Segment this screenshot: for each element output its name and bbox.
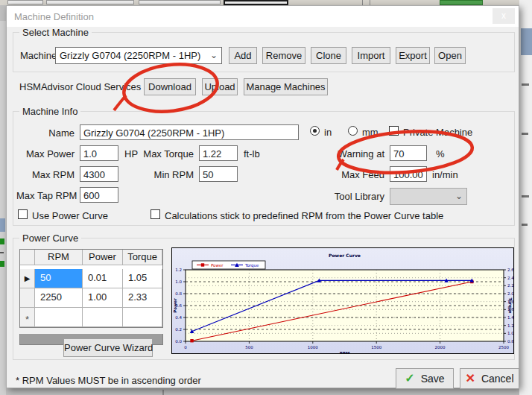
save-button[interactable]: ✓Save	[396, 368, 454, 389]
table-cell-rpm[interactable]: 2250	[35, 288, 83, 308]
cancel-label: Cancel	[481, 373, 514, 385]
background-top-strip	[0, 0, 532, 5]
max-power-label: Max Power	[21, 148, 75, 159]
close-button[interactable]: x	[493, 8, 515, 24]
table-cell-torque[interactable]: 2.33	[123, 288, 162, 308]
column-header-rpm[interactable]: RPM	[35, 250, 83, 265]
add-button[interactable]: Add	[229, 47, 257, 64]
table-cell-torque[interactable]: 1.05	[123, 269, 162, 288]
export-button[interactable]: Export	[396, 47, 430, 64]
max-torque-unit: ft-lb	[244, 148, 260, 159]
background-fragment	[440, 0, 483, 5]
table-cell-power[interactable]: 0.01	[83, 269, 123, 288]
power-curve-chart: 0.00.20.40.60.81.01.20.81.01.21.41.61.82…	[171, 247, 514, 354]
power-curve-chart-svg: 0.00.20.40.60.81.01.20.81.01.21.41.61.82…	[172, 248, 513, 353]
svg-text:2.4: 2.4	[507, 276, 513, 280]
svg-text:2000: 2000	[435, 345, 446, 350]
svg-text:1.0: 1.0	[507, 331, 513, 335]
max-feed-label: Max Feed	[311, 169, 384, 180]
table-cell-empty[interactable]	[83, 308, 123, 327]
remove-button[interactable]: Remove	[262, 47, 305, 64]
background-fragment	[0, 252, 4, 253]
svg-text:1500: 1500	[371, 345, 381, 350]
machine-select-value: Grizzly G0704 (2250RPM - 1HP)	[60, 50, 200, 61]
unit-in-radio[interactable]	[310, 126, 320, 136]
background-fragment	[522, 133, 528, 135]
background-fragment	[0, 261, 4, 267]
max-power-unit: HP	[124, 148, 138, 159]
use-power-curve-label: Use Power Curve	[32, 210, 108, 221]
warning-at-input[interactable]: 70	[390, 145, 427, 161]
max-torque-label: Max Torque	[140, 148, 194, 159]
footer-note: * RPM Values MUST be in ascending order	[16, 375, 201, 386]
table-cell-empty[interactable]	[123, 308, 162, 327]
svg-text:1.2: 1.2	[507, 323, 513, 328]
calc-stick-label: Calculations stick to predefined RPM fro…	[165, 210, 443, 221]
background-fragment	[0, 238, 4, 244]
calc-stick-checkbox[interactable]	[151, 209, 160, 219]
max-rpm-input[interactable]: 4300	[80, 166, 118, 182]
background-fragment	[7, 0, 43, 4]
background-fragment	[362, 0, 363, 5]
machine-definition-dialog: Machine Definition x Select Machine Mach…	[6, 5, 519, 388]
svg-text:500: 500	[245, 345, 253, 350]
max-tap-rpm-label: Max Tap RPM	[16, 190, 75, 201]
svg-text:Power: Power	[211, 263, 224, 268]
download-button[interactable]: Download	[144, 78, 196, 95]
row-selector-icon[interactable]: ▶	[20, 269, 35, 288]
select-machine-group: Select Machine Machine Grizzly G0704 (22…	[13, 32, 515, 72]
background-fragment	[370, 0, 370, 5]
background-fragment	[521, 28, 532, 55]
row-selector[interactable]	[20, 288, 35, 308]
max-power-input[interactable]: 1.0	[80, 145, 118, 161]
import-button[interactable]: Import	[352, 47, 390, 64]
background-left-strip	[0, 21, 6, 395]
svg-text:1000: 1000	[308, 345, 318, 350]
cloud-services-label: HSMAdvisor Cloud Services	[19, 81, 141, 92]
max-torque-input[interactable]: 1.22	[199, 145, 238, 161]
power-curve-group-label: Power Curve	[19, 233, 81, 244]
max-rpm-label: Max RPM	[21, 169, 75, 180]
max-feed-input[interactable]: 100.00	[390, 166, 427, 182]
cancel-button[interactable]: ✕Cancel	[460, 368, 519, 389]
svg-text:2.2: 2.2	[507, 283, 513, 288]
tool-library-select[interactable]: ⌄	[390, 188, 467, 205]
column-header-torque[interactable]: Torque	[123, 250, 162, 265]
new-row-marker[interactable]: *	[20, 308, 35, 327]
min-rpm-input[interactable]: 50	[199, 166, 238, 182]
unit-in-label: in	[324, 127, 332, 138]
check-icon: ✓	[405, 372, 414, 385]
private-machine-checkbox[interactable]	[389, 126, 399, 136]
table-corner-cell	[20, 250, 35, 265]
clone-button[interactable]: Clone	[311, 47, 346, 64]
name-input[interactable]: Grizzly G0704 (2250RPM - 1HP)	[80, 124, 299, 140]
svg-text:2.6: 2.6	[507, 268, 513, 272]
open-button[interactable]: Open	[434, 47, 466, 64]
upload-button[interactable]: Upload	[202, 78, 238, 95]
table-cell-power[interactable]: 1.00	[83, 288, 123, 308]
machine-select[interactable]: Grizzly G0704 (2250RPM - 1HP) ⌄	[55, 47, 222, 64]
svg-text:Torque: Torque	[507, 297, 513, 313]
background-fragment	[522, 195, 529, 197]
svg-text:2500: 2500	[498, 345, 509, 350]
power-curve-table[interactable]: RPM Power Torque ▶ 50 0.01 1.05 2250 1.0…	[19, 249, 163, 328]
svg-text:1.2: 1.2	[175, 268, 182, 272]
unit-mm-radio[interactable]	[348, 126, 358, 136]
svg-text:2.0: 2.0	[507, 291, 513, 296]
chevron-down-icon: ⌄	[210, 50, 218, 60]
table-cell-empty[interactable]	[35, 308, 83, 327]
background-fragment	[522, 224, 528, 226]
power-curve-wizard-button[interactable]: Power Curve Wizard	[63, 338, 153, 357]
column-header-power[interactable]: Power	[83, 250, 123, 265]
svg-text:0: 0	[184, 345, 187, 350]
table-cell-rpm[interactable]: 50	[35, 269, 83, 288]
select-machine-group-label: Select Machine	[19, 27, 92, 38]
use-power-curve-checkbox[interactable]	[18, 209, 28, 219]
manage-machines-button[interactable]: Manage Machines	[244, 78, 328, 95]
title-bar[interactable]: Machine Definition x	[7, 6, 519, 27]
window-title: Machine Definition	[14, 11, 94, 22]
background-fragment	[46, 0, 134, 4]
max-tap-rpm-input[interactable]: 600	[80, 187, 118, 203]
background-fragment	[224, 0, 288, 5]
svg-text:0.0: 0.0	[175, 339, 182, 344]
